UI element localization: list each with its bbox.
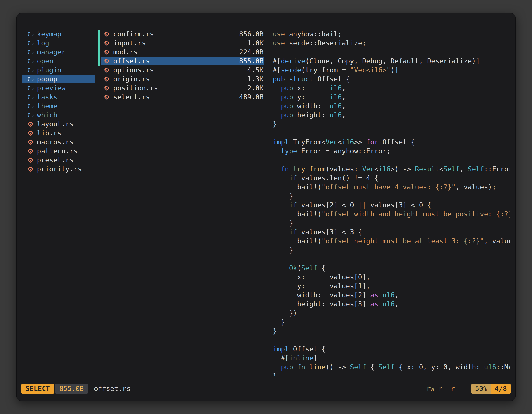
file-list-item[interactable]: ⚙︎ confirm.rs 856.0B bbox=[98, 30, 270, 39]
sidebar-item[interactable]: ⚙︎ open bbox=[22, 57, 96, 66]
code-line: } bbox=[273, 192, 510, 201]
folder-icon bbox=[28, 49, 35, 55]
rust-icon: ⚙︎ bbox=[28, 147, 35, 156]
code-line: #[inline] bbox=[273, 354, 510, 363]
folder-icon bbox=[28, 112, 35, 118]
code-line: } bbox=[273, 327, 510, 336]
sidebar-item[interactable]: ⚙︎ lib.rs bbox=[22, 129, 96, 138]
code-line: pub width: u16, bbox=[273, 102, 510, 111]
file-name: origin.rs bbox=[113, 75, 247, 84]
code-line: #[derive(Clone, Copy, Debug, Default, De… bbox=[273, 57, 510, 66]
code-line: bail!("offset must have 4 values: {:?}",… bbox=[273, 183, 510, 192]
code-line: impl TryFrom<Vec<i16>> for Offset { bbox=[273, 138, 510, 147]
code-line: }) bbox=[273, 309, 510, 318]
permissions-text: -rw-r--r-- bbox=[422, 384, 463, 394]
sidebar-item[interactable]: ⚙︎ preset.rs bbox=[22, 156, 96, 165]
sidebar-item[interactable]: ⚙︎ preview bbox=[22, 84, 96, 93]
file-list-item[interactable]: ⚙︎ origin.rs 1.3K bbox=[98, 75, 270, 84]
code-line bbox=[273, 255, 510, 264]
rust-icon: ⚙︎ bbox=[28, 138, 35, 147]
file-name: mod.rs bbox=[113, 48, 239, 57]
file-list-item[interactable]: ⚙︎ offset.rs 855.0B bbox=[98, 57, 270, 66]
status-filename: offset.rs bbox=[94, 384, 131, 394]
parent-pane-list: ⚙︎ keymap ⚙︎ log ⚙︎ manager bbox=[22, 30, 96, 174]
file-pane-list: ⚙︎ confirm.rs 856.0B ⚙︎ input.rs 1.0K ⚙︎… bbox=[98, 30, 270, 102]
sidebar-item[interactable]: ⚙︎ keymap bbox=[22, 30, 96, 39]
rust-icon: ⚙︎ bbox=[104, 39, 111, 48]
file-name: confirm.rs bbox=[113, 30, 239, 39]
file-size: 1.0K bbox=[247, 39, 264, 48]
code-line: type Error = anyhow::Error; bbox=[273, 147, 510, 156]
file-name: offset.rs bbox=[113, 57, 239, 66]
file-name: input.rs bbox=[113, 39, 247, 48]
code-line: x: values[0], bbox=[273, 273, 510, 282]
sidebar-item[interactable]: ⚙︎ tasks bbox=[22, 93, 96, 102]
sidebar-item[interactable]: ⚙︎ pattern.rs bbox=[22, 147, 96, 156]
rust-icon: ⚙︎ bbox=[104, 93, 111, 102]
code-line: if values.len() != 4 { bbox=[273, 174, 510, 183]
item-label: manager bbox=[37, 48, 66, 57]
item-label: pattern.rs bbox=[37, 147, 78, 156]
code-line: y: values[1], bbox=[273, 282, 510, 291]
file-size: 1.3K bbox=[247, 75, 264, 84]
rust-icon: ⚙︎ bbox=[28, 165, 35, 174]
file-list-item[interactable]: ⚙︎ select.rs 489.0B bbox=[98, 93, 270, 102]
rust-icon: ⚙︎ bbox=[104, 57, 111, 66]
file-list-item[interactable]: ⚙︎ mod.rs 224.0B bbox=[98, 48, 270, 57]
cursor-position-badge: 4/8 bbox=[491, 384, 511, 394]
sidebar-item[interactable]: ⚙︎ manager bbox=[22, 48, 96, 57]
sidebar-item[interactable]: ⚙︎ theme bbox=[22, 102, 96, 111]
sidebar-item[interactable]: ⚙︎ plugin bbox=[22, 66, 96, 75]
terminal-window: ⚙︎ keymap ⚙︎ log ⚙︎ manager bbox=[16, 13, 516, 401]
code-line: bail!("offset height must be at least 3:… bbox=[273, 237, 510, 246]
file-size: 489.0B bbox=[239, 93, 264, 102]
code-line: use anyhow::bail; bbox=[273, 30, 510, 39]
rust-icon: ⚙︎ bbox=[104, 66, 111, 75]
preview-pane: use anyhow::bail;use serde::Deserialize;… bbox=[273, 30, 510, 376]
file-size: 224.0B bbox=[239, 48, 264, 57]
sidebar-item[interactable]: ⚙︎ macros.rs bbox=[22, 138, 96, 147]
code-line: width: values[2] as u16, bbox=[273, 291, 510, 300]
item-label: log bbox=[37, 39, 49, 48]
code-line: #[serde(try_from = "Vec<i16>")] bbox=[273, 66, 510, 75]
scroll-percent-badge: 50% bbox=[472, 384, 491, 394]
status-bar: SELECT 855.0B offset.rs -rw-r--r-- 50% 4… bbox=[21, 384, 511, 394]
code-line: } bbox=[273, 120, 510, 129]
item-label: theme bbox=[37, 102, 57, 111]
file-name: position.rs bbox=[113, 84, 247, 93]
item-label: which bbox=[37, 111, 57, 120]
folder-icon bbox=[28, 31, 35, 37]
item-label: open bbox=[37, 57, 53, 66]
file-list-item[interactable]: ⚙︎ options.rs 4.5K bbox=[98, 66, 270, 75]
code-line: pub struct Offset { bbox=[273, 75, 510, 84]
sidebar-item[interactable]: ⚙︎ layout.rs bbox=[22, 120, 96, 129]
item-label: tasks bbox=[37, 93, 57, 102]
code-line: if values[3] < 3 { bbox=[273, 228, 510, 237]
file-size: 856.0B bbox=[239, 30, 264, 39]
code-line bbox=[273, 129, 510, 138]
folder-icon bbox=[28, 76, 35, 82]
sidebar-item[interactable]: ⚙︎ priority.rs bbox=[22, 165, 96, 174]
file-size: 4.5K bbox=[247, 66, 264, 75]
rust-icon: ⚙︎ bbox=[28, 156, 35, 165]
pane-divider-right bbox=[270, 28, 270, 383]
rust-icon: ⚙︎ bbox=[104, 48, 111, 57]
item-label: keymap bbox=[37, 30, 61, 39]
code-line: use serde::Deserialize; bbox=[273, 39, 510, 48]
code-line bbox=[273, 156, 510, 165]
file-list-item[interactable]: ⚙︎ position.rs 2.0K bbox=[98, 84, 270, 93]
code-line: impl Offset { bbox=[273, 345, 510, 354]
item-label: preset.rs bbox=[37, 156, 74, 165]
file-list-item[interactable]: ⚙︎ input.rs 1.0K bbox=[98, 39, 270, 48]
folder-icon bbox=[28, 67, 35, 73]
code-line: Ok(Self { bbox=[273, 264, 510, 273]
item-label: priority.rs bbox=[37, 165, 82, 174]
sidebar-item[interactable]: ⚙︎ which bbox=[22, 111, 96, 120]
status-left: SELECT 855.0B offset.rs bbox=[21, 384, 131, 394]
item-label: popup bbox=[37, 75, 57, 84]
mode-badge: SELECT bbox=[21, 384, 54, 394]
rust-icon: ⚙︎ bbox=[28, 129, 35, 138]
sidebar-item[interactable]: ⚙︎ popup bbox=[22, 75, 96, 84]
code-line: pub y: i16, bbox=[273, 93, 510, 102]
sidebar-item[interactable]: ⚙︎ log bbox=[22, 39, 96, 48]
